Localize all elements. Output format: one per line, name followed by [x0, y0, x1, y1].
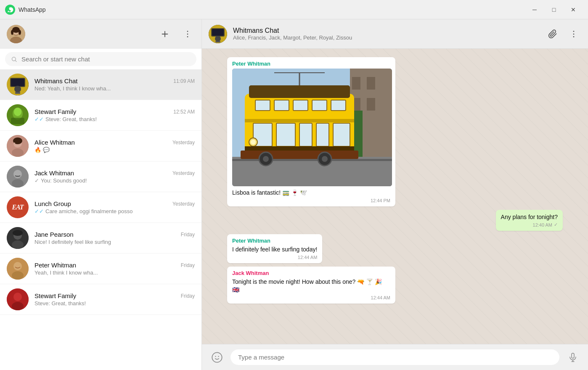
- chat-header-row: Alice Whitman Yesterday: [34, 139, 195, 146]
- mic-button[interactable]: [564, 349, 581, 366]
- message-input[interactable]: [230, 349, 559, 365]
- svg-rect-66: [316, 123, 329, 146]
- svg-point-34: [12, 271, 24, 280]
- new-chat-icon: [160, 29, 170, 39]
- titlebar: WhatsApp ─ □ ✕: [0, 0, 588, 19]
- menu-button[interactable]: [180, 27, 195, 41]
- svg-rect-64: [276, 123, 295, 146]
- emoji-button[interactable]: [209, 349, 225, 366]
- chat-header-avatar[interactable]: [209, 25, 227, 43]
- svg-rect-58: [274, 100, 289, 111]
- avatar-alice: [7, 135, 29, 157]
- chat-item-lunch[interactable]: EAT Lunch Group Yesterday ✓✓ Care amiche…: [0, 192, 201, 223]
- svg-point-27: [12, 179, 24, 188]
- search-input[interactable]: [21, 56, 191, 63]
- svg-rect-20: [11, 118, 24, 124]
- chat-name: Jack Whitman: [34, 169, 74, 177]
- avatar-alice-svg: [7, 135, 29, 157]
- message-footer-3: 12:44 AM: [232, 255, 317, 260]
- avatar-stewart2-svg: [7, 288, 29, 310]
- message-text-4: Tonight is the movie night! How about th…: [232, 278, 390, 294]
- svg-point-9: [187, 34, 188, 35]
- chat-header-name: Whitmans Chat: [233, 27, 539, 34]
- search-icon: [11, 56, 17, 63]
- minimize-button[interactable]: ─: [525, 3, 544, 16]
- chat-time: 11:09 AM: [173, 78, 195, 84]
- svg-point-72: [322, 156, 328, 162]
- chat-item-whitmans[interactable]: Whitmans Chat 11:09 AM Ned: Yeah, I thin…: [0, 69, 201, 100]
- avatar-image: [7, 25, 25, 43]
- chat-header-actions: [545, 26, 581, 42]
- message-bubble-3: Peter Whitman I definitely feel like sur…: [227, 234, 322, 263]
- paperclip-icon: [548, 29, 557, 39]
- attachment-button[interactable]: [545, 26, 560, 42]
- avatar-svg: [7, 25, 25, 43]
- search-bar: [0, 49, 201, 69]
- chat-item-peter[interactable]: Peter Whitman Friday Yeah, I think I kno…: [0, 254, 201, 284]
- chat-header-info: Whitmans Chat Alice, Francis, Jack, Marg…: [233, 27, 539, 41]
- fire-emoji: 🔥 💬: [34, 147, 50, 153]
- svg-point-26: [13, 170, 22, 178]
- check-icon: ✓✓: [34, 116, 44, 122]
- svg-point-33: [13, 262, 22, 270]
- chat-header-row: Jack Whitman Yesterday: [34, 169, 195, 177]
- chat-item-jane[interactable]: Jane Pearson Friday Nice! I definitely f…: [0, 223, 201, 254]
- chat-content-lunch: Lunch Group Yesterday ✓✓ Care amiche, og…: [34, 200, 195, 214]
- chat-time: Yesterday: [172, 201, 195, 207]
- sidebar-header: [0, 19, 201, 49]
- chat-preview: Yeah, I think I know wha...: [34, 270, 195, 276]
- chat-header-row: Stewart Family Friday: [34, 292, 195, 299]
- maximize-button[interactable]: □: [544, 3, 564, 16]
- chat-more-icon: [569, 29, 578, 39]
- message-time-4: 12:44 AM: [371, 295, 390, 300]
- svg-rect-53: [232, 157, 392, 186]
- chat-time: Yesterday: [172, 170, 195, 176]
- chat-item-alice[interactable]: Alice Whitman Yesterday 🔥 💬: [0, 131, 201, 161]
- chat-preview: Ned: Yeah, I think I know wha...: [34, 85, 195, 92]
- svg-point-37: [12, 302, 24, 310]
- check-icon-2: ✓: [554, 222, 558, 227]
- check-icon: ✓: [34, 177, 39, 184]
- chat-name: Jane Pearson: [34, 231, 74, 238]
- svg-rect-54: [232, 159, 392, 161]
- chat-menu-button[interactable]: [566, 26, 581, 42]
- chat-name: Alice Whitman: [34, 139, 75, 146]
- chat-content-stewart2: Stewart Family Friday Steve: Great, than…: [34, 292, 195, 307]
- message-text-3: I definitely feel like surfing today!: [232, 246, 317, 254]
- chat-header-avatar-svg: [209, 25, 227, 43]
- svg-point-70: [263, 156, 269, 162]
- message-bubble-1: Peter Whitman: [227, 57, 395, 206]
- svg-rect-77: [245, 146, 354, 151]
- svg-rect-65: [299, 123, 312, 146]
- chat-item-jack[interactable]: Jack Whitman Yesterday ✓ You: Sounds goo…: [0, 161, 201, 192]
- message-time-1: 12:44 PM: [371, 198, 390, 203]
- message-time-2: 12:40 AM: [533, 222, 552, 227]
- svg-point-78: [212, 352, 222, 362]
- chat-item-stewart[interactable]: Stewart Family 12:52 AM ✓✓ Steve: Great,…: [0, 100, 201, 131]
- new-chat-button[interactable]: [158, 27, 172, 41]
- chat-item-stewart2[interactable]: Stewart Family Friday Steve: Great, than…: [0, 284, 201, 315]
- message-bubble-4: Jack Whitman Tonight is the movie night!…: [227, 267, 395, 304]
- my-avatar[interactable]: [7, 25, 25, 43]
- svg-point-30: [12, 240, 24, 249]
- avatar-stewart2: [7, 288, 29, 310]
- tram-image-svg: [232, 69, 392, 186]
- sidebar-actions: [158, 27, 195, 41]
- window-controls: ─ □ ✕: [525, 3, 583, 16]
- svg-rect-56: [249, 85, 350, 98]
- svg-rect-51: [367, 98, 375, 111]
- avatar-peter: [7, 258, 29, 280]
- chat-header-row: Jane Pearson Friday: [34, 231, 195, 238]
- chat-preview: Nice! I definitely feel like surfing: [34, 239, 195, 245]
- svg-rect-48: [352, 77, 360, 90]
- message-text-1: Lisboa is fantastic! 🚃 🍷 🕊️: [232, 189, 390, 197]
- menu-icon: [183, 29, 192, 39]
- svg-rect-61: [331, 100, 346, 111]
- svg-point-80: [218, 356, 219, 357]
- svg-rect-40: [212, 29, 224, 36]
- avatar-jane-svg: [7, 227, 29, 249]
- svg-point-15: [14, 86, 21, 92]
- avatar-whitmans: [7, 74, 29, 95]
- chat-content-peter: Peter Whitman Friday Yeah, I think I kno…: [34, 262, 195, 276]
- close-button[interactable]: ✕: [564, 3, 583, 16]
